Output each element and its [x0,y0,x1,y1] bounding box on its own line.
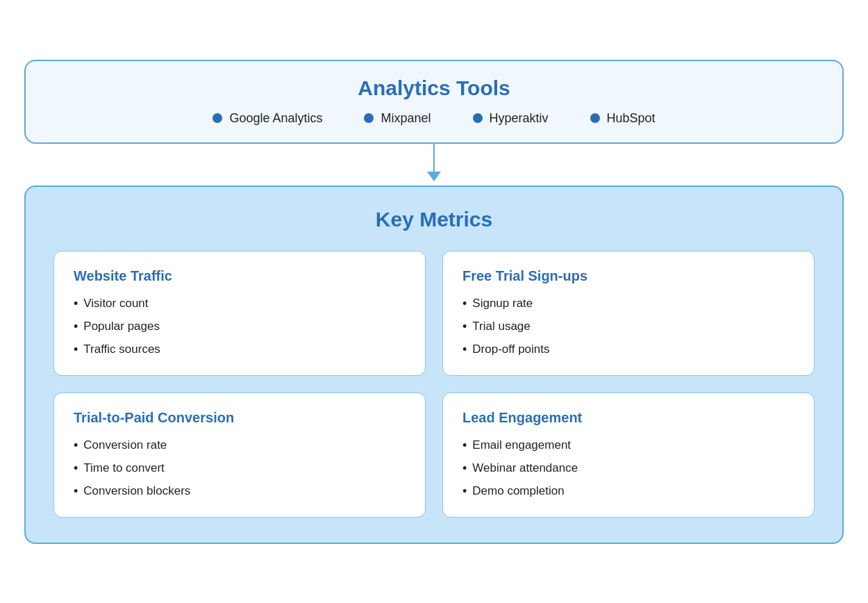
metric-item: Conversion rate [74,438,406,453]
tool-dot [212,113,222,123]
metric-items: Conversion rateTime to convertConversion… [74,438,406,499]
key-metrics-box: Key Metrics Website TrafficVisitor count… [24,185,844,544]
arrow-connector [427,144,441,185]
metric-item: Popular pages [74,320,406,334]
metric-items: Signup rateTrial usageDrop-off points [462,297,794,357]
metric-item: Trial usage [462,320,794,334]
metric-items: Email engagementWebinar attendanceDemo c… [462,438,794,499]
metric-item: Visitor count [74,297,406,311]
arrow-head [427,172,441,181]
tool-dot [364,113,374,123]
tool-item: Mixpanel [364,111,431,126]
tool-dot [590,113,600,123]
metrics-grid: Website TrafficVisitor countPopular page… [53,251,815,518]
tool-label: Hyperaktiv [490,111,549,126]
metric-item: Email engagement [462,438,794,453]
metric-item: Demo completion [462,484,794,499]
metric-item: Traffic sources [74,342,406,357]
diagram-container: Analytics Tools Google AnalyticsMixpanel… [24,60,844,544]
tools-list: Google AnalyticsMixpanelHyperaktivHubSpo… [48,111,820,126]
metric-card: Free Trial Sign-upsSignup rateTrial usag… [442,251,815,376]
tool-item: HubSpot [590,111,656,126]
tool-item: Google Analytics [212,111,322,126]
metric-item: Time to convert [74,461,406,476]
arrow-line [433,144,435,172]
tool-label: Google Analytics [229,111,322,126]
metric-card: Lead EngagementEmail engagementWebinar a… [442,393,815,518]
metric-card-title: Website Traffic [74,268,406,284]
analytics-tools-box: Analytics Tools Google AnalyticsMixpanel… [24,60,844,144]
metric-card: Trial-to-Paid ConversionConversion rateT… [53,393,426,518]
key-metrics-title: Key Metrics [53,208,815,231]
tool-dot [473,113,483,123]
metric-item: Signup rate [462,297,794,311]
tool-item: Hyperaktiv [473,111,549,126]
metric-card-title: Trial-to-Paid Conversion [74,410,406,426]
metric-item: Webinar attendance [462,461,794,476]
metric-card: Website TrafficVisitor countPopular page… [53,251,426,376]
tool-label: HubSpot [607,111,656,126]
metric-card-title: Lead Engagement [462,410,794,426]
metric-card-title: Free Trial Sign-ups [462,268,794,284]
metric-item: Drop-off points [462,342,794,357]
metric-items: Visitor countPopular pagesTraffic source… [74,297,406,357]
tool-label: Mixpanel [381,111,431,126]
metric-item: Conversion blockers [74,484,406,499]
analytics-tools-title: Analytics Tools [48,76,820,100]
